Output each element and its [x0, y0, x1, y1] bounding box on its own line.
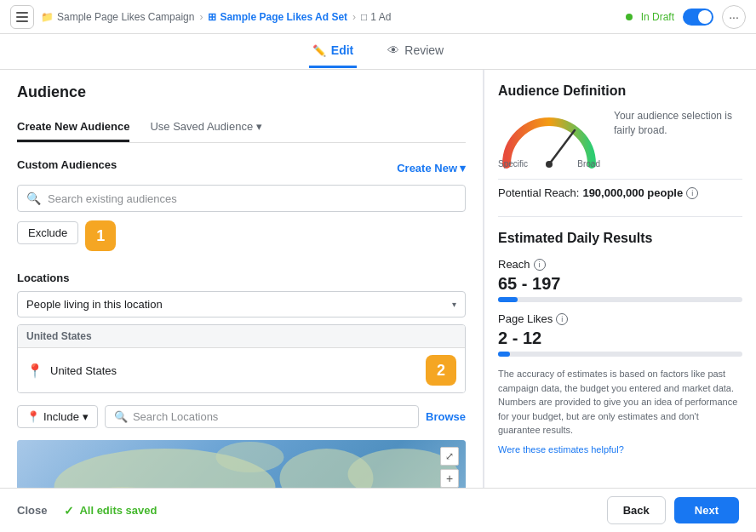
page-likes-label: Page Likes i: [498, 312, 742, 325]
gauge-description: Your audience selection is fairly broad.: [614, 109, 742, 138]
bottom-bar: Close ✓ All edits saved Back Next: [0, 488, 756, 532]
potential-reach-info-icon[interactable]: i: [686, 187, 698, 199]
close-button[interactable]: Close: [17, 504, 47, 517]
location-list: United States 📍 United States 2: [17, 324, 466, 393]
locations-label: Locations: [17, 272, 69, 284]
potential-reach-value: 190,000,000 people: [582, 186, 683, 199]
back-button[interactable]: Back: [607, 496, 666, 524]
campaign-icon: 📁: [41, 11, 54, 23]
audience-definition-title: Audience Definition: [498, 83, 742, 99]
right-panel: Audience Definition: [484, 70, 756, 488]
reach-info-icon[interactable]: i: [534, 259, 546, 271]
saved-status: ✓ All edits saved: [64, 504, 157, 518]
include-chevron-icon: ▾: [83, 410, 89, 423]
browse-button[interactable]: Browse: [426, 410, 466, 423]
location-type-dropdown[interactable]: People living in this location ▾: [17, 291, 466, 317]
breadcrumb-ad[interactable]: □ 1 Ad: [361, 11, 391, 23]
reach-value: 65 - 197: [498, 274, 742, 294]
location-pin-icon: 📍: [26, 363, 43, 379]
edit-review-bar: ✏️ Edit 👁 Review: [0, 34, 756, 70]
svg-line-6: [549, 130, 575, 164]
tab-create-new-audience[interactable]: Create New Audience: [17, 113, 129, 142]
gauge-specific-label: Specific: [498, 159, 528, 169]
location-pin-include-icon: 📍: [26, 410, 40, 423]
search-icon: 🔍: [26, 192, 41, 205]
custom-audiences-header: Custom Audiences Create New ▾: [17, 158, 466, 178]
search-audiences-input[interactable]: [48, 192, 456, 205]
more-button[interactable]: ···: [722, 5, 746, 29]
bottom-right-actions: Back Next: [607, 496, 739, 524]
include-button[interactable]: 📍 Include ▾: [17, 405, 98, 428]
page-likes-value: 2 - 12: [498, 329, 742, 348]
svg-point-5: [216, 442, 284, 472]
breadcrumb-ad-label: 1 Ad: [370, 11, 391, 23]
divider: [498, 216, 742, 217]
next-button[interactable]: Next: [674, 497, 739, 523]
page-title: Audience: [17, 83, 466, 101]
exclude-button[interactable]: Exclude: [17, 221, 78, 244]
status-label: In Draft: [641, 11, 674, 23]
tab-review-label: Review: [404, 43, 444, 57]
map-container: 📍 + − ⤢: [17, 440, 466, 488]
audience-definition-section: Audience Definition: [498, 83, 742, 199]
step-2-badge: 2: [426, 355, 456, 386]
potential-reach-label: Potential Reach:: [498, 186, 579, 199]
audience-tabs: Create New Audience Use Saved Audience ▾: [17, 113, 466, 143]
map-zoom-controls: + −: [440, 469, 459, 488]
main-layout: Audience Create New Audience Use Saved A…: [0, 70, 756, 488]
gauge-wrap: Specific Broad: [498, 109, 600, 169]
page-likes-bar-bg: [498, 352, 742, 357]
search-locations-icon: 🔍: [114, 410, 128, 423]
review-icon: 👁: [387, 43, 399, 57]
tab-edit[interactable]: ✏️ Edit: [309, 35, 357, 68]
location-type-text: People living in this location: [26, 298, 163, 311]
tab-edit-label: Edit: [331, 43, 353, 57]
saved-label: All edits saved: [79, 504, 157, 517]
gauge-container: Specific Broad Your audience selection i…: [498, 109, 742, 169]
helpful-link[interactable]: Were these estimates helpful?: [498, 444, 742, 455]
sidebar-toggle[interactable]: [10, 5, 34, 29]
breadcrumb-campaign-label: Sample Page Likes Campaign: [57, 11, 194, 23]
map-zoom-in[interactable]: +: [440, 469, 459, 488]
search-audiences-box: 🔍: [17, 185, 466, 212]
reach-metric: Reach i 65 - 197: [498, 258, 742, 302]
search-locations-input[interactable]: 🔍 Search Locations: [105, 405, 419, 428]
left-panel: Audience Create New Audience Use Saved A…: [0, 70, 484, 488]
adset-icon: ⊞: [208, 11, 216, 23]
chevron-down-icon-create: ▾: [460, 162, 466, 174]
create-new-link[interactable]: Create New ▾: [397, 162, 466, 174]
page-likes-metric: Page Likes i 2 - 12: [498, 312, 742, 357]
topbar: 📁 Sample Page Likes Campaign › ⊞ Sample …: [0, 0, 756, 34]
estimated-title: Estimated Daily Results: [498, 231, 742, 246]
reach-bar-fill: [498, 297, 518, 302]
breadcrumb-sep-2: ›: [352, 11, 356, 23]
svg-point-7: [546, 161, 553, 168]
breadcrumb-campaign[interactable]: 📁 Sample Page Likes Campaign: [41, 11, 194, 23]
tab-review[interactable]: 👁 Review: [384, 35, 447, 68]
custom-audiences-label: Custom Audiences: [17, 158, 117, 171]
chevron-down-icon: ▾: [256, 120, 262, 133]
breadcrumb-adset[interactable]: ⊞ Sample Page Likes Ad Set: [208, 11, 347, 23]
topbar-right: In Draft ···: [626, 5, 746, 29]
tab-use-saved-audience[interactable]: Use Saved Audience ▾: [150, 113, 262, 142]
edit-icon: ✏️: [312, 44, 326, 57]
map-svg: [17, 440, 466, 488]
location-list-header: United States: [18, 325, 465, 348]
breadcrumb-adset-label: Sample Page Likes Ad Set: [220, 11, 347, 23]
breadcrumb: 📁 Sample Page Likes Campaign › ⊞ Sample …: [41, 11, 619, 23]
disclaimer-text: The accuracy of estimates is based on fa…: [498, 367, 742, 438]
map-expand-button[interactable]: ⤢: [440, 447, 459, 466]
map-overlay: 📍 + − ⤢: [17, 440, 466, 488]
reach-label: Reach i: [498, 258, 742, 271]
checkmark-icon: ✓: [64, 504, 74, 518]
step-1-badge: 1: [85, 220, 116, 251]
location-actions: 📍 Include ▾ 🔍 Search Locations Browse: [17, 400, 466, 433]
locations-header: Locations: [17, 272, 466, 284]
potential-reach: Potential Reach: 190,000,000 people i: [498, 179, 742, 199]
list-item: 📍 United States 2: [18, 348, 465, 392]
reach-bar-bg: [498, 297, 742, 302]
page-likes-bar-fill: [498, 352, 510, 357]
draft-toggle[interactable]: [683, 9, 713, 26]
ad-icon: □: [361, 11, 367, 23]
page-likes-info-icon[interactable]: i: [556, 313, 568, 325]
